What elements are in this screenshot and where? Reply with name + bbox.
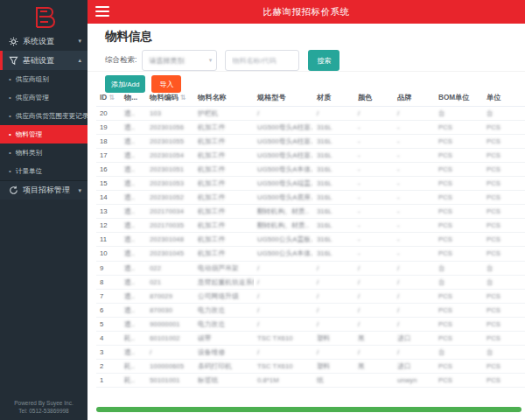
table-cell: 4 [96, 332, 121, 346]
table-cell: / [313, 346, 354, 360]
table-cell: / [254, 261, 313, 275]
table-cell: 电力改造 [194, 303, 254, 317]
main-content: 比赫询报招标价系统 物料信息 综合检索: 请选择类别 ▾ 搜索 添加/Add 导… [88, 0, 525, 420]
sidebar-item-material-category[interactable]: • 物料类别 [0, 144, 88, 162]
table-cell: 台 [435, 261, 483, 275]
column-header[interactable]: 物料编码⇅ [146, 90, 194, 106]
table-cell: 黑 [354, 360, 394, 374]
table-row[interactable]: 10通..202301045机加工件UG500公头A本体..316L--PCSP… [96, 247, 525, 261]
bullet-icon: • [9, 112, 11, 120]
table-cell: 电力改造 [194, 317, 254, 331]
table-row[interactable]: 9通..022电动葫芦吊架////台台 [96, 261, 525, 275]
table-row[interactable]: 16通..202301051机加工件UG500母头A本体..316L--PCSP… [96, 162, 525, 176]
table-cell: / [354, 289, 394, 303]
materials-table: ID⇅物...物料编码⇅物料名称规格型号材质颜色品牌BOM单位单位 20通..1… [96, 90, 525, 388]
table-cell: 202301053 [146, 176, 194, 190]
funnel-icon [8, 55, 18, 66]
table-cell: PCS [435, 219, 483, 233]
table-cell: PCS [483, 120, 525, 134]
table-cell: - [394, 191, 435, 205]
gear-icon [8, 36, 18, 46]
table-cell: 15 [96, 176, 121, 190]
table-cell: - [394, 247, 435, 261]
sidebar-menu: 系统设置 ▾ 基础设置 ▴ • 供应商组别 • 供应商管理 • 供应商供货范围变… [0, 32, 88, 200]
table-row[interactable]: 8通..021悬臂起重机轨道系统////台台 [96, 275, 525, 289]
table-cell: / [394, 317, 435, 331]
table-cell: - [354, 205, 394, 219]
search-button[interactable]: 搜索 [308, 50, 340, 71]
table-cell: PCS [483, 360, 525, 374]
materials-table-wrap: ID⇅物...物料编码⇅物料名称规格型号材质颜色品牌BOM单位单位 20通..1… [96, 90, 525, 388]
table-row[interactable]: 7通..870029公司网络升级////PCSPCS [96, 289, 525, 303]
sort-icon[interactable]: ⇅ [108, 94, 115, 102]
table-cell: / [354, 261, 394, 275]
table-cell: / [354, 346, 394, 360]
table-cell: UG500公头A本体.. [254, 247, 313, 261]
table-row[interactable]: 20通..103护栏机////台台 [96, 106, 525, 120]
table-cell: - [394, 219, 435, 233]
sidebar-item-material-management[interactable]: • 物料管理 [0, 125, 88, 144]
table-row[interactable]: 17通..202301054机加工件UG500母头A柱塞..316L--PCSP… [96, 148, 525, 162]
sidebar-item-supplier-management[interactable]: • 供应商管理 [0, 88, 88, 107]
sidebar-item-supplier-group[interactable]: • 供应商组别 [0, 70, 88, 88]
table-cell: 870030 [146, 303, 194, 317]
table-row[interactable]: 15通..202301053机加工件UG500母头A端盖..316L--PCSP… [96, 176, 525, 190]
table-row[interactable]: 1耗..50101001标签纸0.8*1M纸unwynPCSPCS [96, 374, 525, 388]
table-cell: PCS [435, 332, 483, 346]
table-row[interactable]: 13通..202170034机加工件翻转机构、材质..316L--PCSPCS [96, 205, 525, 219]
divider [88, 71, 525, 72]
table-cell: 6 [96, 303, 121, 317]
column-header[interactable]: ID⇅ [96, 90, 121, 106]
table-row[interactable]: 4耗..60101002碳带TSC TX610塑料黑进口PCSPCS [96, 332, 525, 346]
table-cell: / [394, 303, 435, 317]
table-cell: 黑 [354, 332, 394, 346]
chevron-down-icon: ▾ [78, 38, 81, 45]
table-cell: 17 [96, 148, 121, 162]
table-row[interactable]: 6通..870030电力改造////PCSPCS [96, 303, 525, 317]
table-cell: 通.. [121, 120, 146, 134]
table-cell: PCS [435, 205, 483, 219]
table-cell: UG500母头A柱塞.. [254, 120, 313, 134]
sort-icon[interactable]: ⇅ [180, 94, 186, 102]
table-cell: 塑料 [313, 332, 354, 346]
table-cell: PCS [435, 120, 483, 134]
sidebar-item-supply-scope-change-record[interactable]: • 供应商供货范围变更记录 [0, 107, 88, 125]
table-row[interactable]: 2耗..100000605条码打印机TSC TX610塑料黑进口PCSPCS [96, 360, 525, 374]
table-cell: 机加工件 [194, 233, 254, 247]
horizontal-scrollbar-thumb[interactable] [96, 407, 522, 412]
table-cell: UG500母头A柱塞.. [254, 134, 313, 148]
table-row[interactable]: 3通../设备维修////台台 [96, 346, 525, 360]
table-cell: 通.. [121, 261, 146, 275]
table-cell: 2 [96, 360, 121, 374]
table-cell: PCS [483, 247, 525, 261]
table-cell: - [394, 162, 435, 176]
table-row[interactable]: 12通..202170035机加工件翻转机构、材质..316L--PCSPCS [96, 219, 525, 233]
table-cell: 台 [435, 106, 483, 120]
table-row[interactable]: 11通..202301048机加工件UG500公头A盖板..316L--PCSP… [96, 233, 525, 247]
sidebar-item-measure-unit[interactable]: • 计量单位 [0, 162, 88, 180]
sidebar-item-system-settings[interactable]: 系统设置 ▾ [0, 32, 88, 51]
sidebar-item-label: 物料管理 [16, 130, 42, 139]
table-cell: 进口 [394, 360, 435, 374]
table-cell: 碳带 [194, 332, 254, 346]
top-header-bar: 比赫询报招标价系统 [88, 0, 525, 24]
sidebar-item-project-bidding[interactable]: 项目招标管理 ▾ [0, 180, 88, 200]
table-row[interactable]: 5通..90000001电力改造////PCSPCS [96, 317, 525, 331]
table-cell: PCS [483, 289, 525, 303]
table-row[interactable]: 19通..202301056机加工件UG500母头A柱塞..316L--PCSP… [96, 120, 525, 134]
category-select[interactable]: 请选择类别 ▾ [142, 50, 217, 71]
search-input[interactable] [225, 50, 299, 71]
table-cell: PCS [483, 374, 525, 388]
table-cell: 18 [96, 134, 121, 148]
table-row[interactable]: 14通..202301052机加工件UG500母头A底座..316L--PCSP… [96, 191, 525, 205]
table-cell: 纸 [313, 374, 354, 388]
sidebar-item-basic-settings[interactable]: 基础设置 ▴ [0, 51, 88, 70]
table-row[interactable]: 18通..202301055机加工件UG500母头A柱塞..316L--PCSP… [96, 134, 525, 148]
table-cell: - [354, 233, 394, 247]
table-cell: 021 [146, 275, 194, 289]
table-cell: - [354, 191, 394, 205]
sidebar: 系统设置 ▾ 基础设置 ▴ • 供应商组别 • 供应商管理 • 供应商供货范围变… [0, 0, 88, 420]
table-cell: 202301056 [146, 120, 194, 134]
table-cell: 0.8*1M [254, 374, 313, 388]
table-cell: 022 [146, 261, 194, 275]
